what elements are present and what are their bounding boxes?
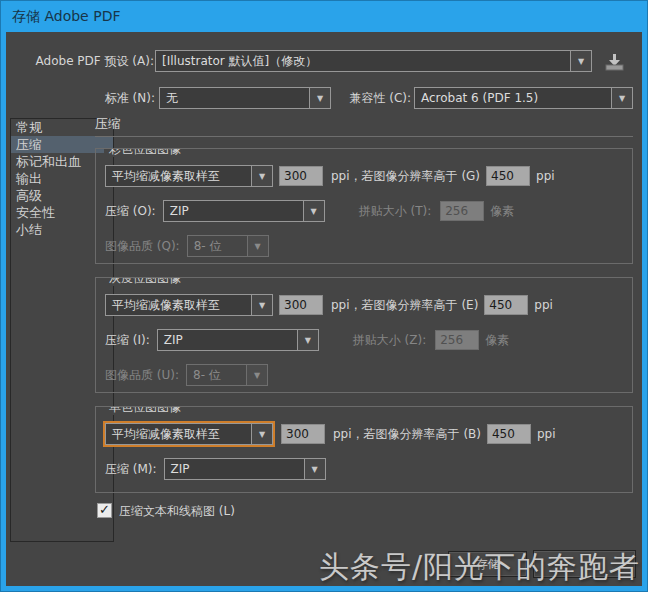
compress-text-lineart-label: 压缩文本和线稿图 (L): [119, 504, 235, 518]
color-tile-label: 拼贴大小 (T):: [359, 200, 432, 222]
color-ppi-unit: ppi: [536, 165, 555, 187]
color-compression-dropdown[interactable]: ZIP ▼: [163, 200, 325, 222]
grayscale-bitmap-legend: 灰度位图图像: [104, 277, 186, 286]
compatibility-label: 兼容性 (C):: [337, 87, 411, 109]
gray-quality-dropdown: 8- 位 ▼: [186, 364, 268, 386]
check-icon: ✓: [99, 502, 110, 517]
mono-ppi-input[interactable]: [281, 424, 325, 444]
color-compression-value: ZIP: [164, 201, 303, 221]
chevron-down-icon: ▼: [247, 236, 268, 256]
grayscale-bitmap-group: 灰度位图图像 平均缩减像素取样至 ▼ ppi，若图像分辨率高于 (E) ppi …: [95, 277, 633, 393]
gray-threshold-label: ppi，若图像分辨率高于 (E): [331, 294, 478, 316]
color-bitmap-legend: 彩色位图图像: [104, 148, 186, 157]
color-quality-value: 8- 位: [188, 236, 247, 256]
monochrome-bitmap-legend: 单色位图图像: [104, 406, 186, 415]
mono-ppi-unit: ppi: [537, 423, 556, 445]
gray-compression-value: ZIP: [158, 330, 297, 350]
gray-quality-label: 图像品质 (U):: [105, 364, 179, 386]
mono-downsample-value: 平均缩减像素取样至: [106, 424, 251, 444]
compatibility-dropdown[interactable]: Acrobat 6 (PDF 1.5) ▼: [414, 87, 633, 109]
mono-downsample-dropdown[interactable]: 平均缩减像素取样至 ▼: [105, 423, 273, 445]
gray-quality-value: 8- 位: [187, 365, 246, 385]
chevron-down-icon[interactable]: ▼: [251, 166, 272, 186]
gray-downsample-dropdown[interactable]: 平均缩减像素取样至 ▼: [105, 294, 273, 316]
mono-compression-value: ZIP: [165, 459, 304, 479]
mono-compression-dropdown[interactable]: ZIP ▼: [164, 458, 326, 480]
titlebar[interactable]: 存储 Adobe PDF: [0, 0, 648, 32]
watermark-text: 头条号/阳光下的奔跑者: [319, 547, 640, 588]
color-downsample-dropdown[interactable]: 平均缩减像素取样至 ▼: [105, 165, 273, 187]
gray-downsample-value: 平均缩减像素取样至: [106, 295, 251, 315]
preset-dropdown[interactable]: [Illustrator 默认值]（修改） ▼: [155, 50, 592, 72]
chevron-down-icon[interactable]: ▼: [251, 295, 272, 315]
monochrome-bitmap-group: 单色位图图像 平均缩减像素取样至 ▼ ppi，若图像分辨率高于 (B) ppi …: [95, 406, 633, 493]
chevron-down-icon[interactable]: ▼: [304, 459, 325, 479]
chevron-down-icon[interactable]: ▼: [251, 424, 272, 444]
chevron-down-icon[interactable]: ▼: [611, 88, 632, 108]
color-bitmap-group: 彩色位图图像 平均缩减像素取样至 ▼ ppi，若图像分辨率高于 (G) ppi …: [95, 148, 633, 264]
color-quality-label: 图像品质 (Q):: [105, 235, 180, 257]
standard-label: 标准 (N):: [90, 87, 155, 109]
color-tile-unit: 像素: [490, 200, 514, 222]
preset-label: Adobe PDF 预设 (A):: [16, 50, 154, 72]
color-threshold-input[interactable]: [486, 166, 530, 186]
gray-compression-label: 压缩 (I):: [105, 329, 150, 351]
color-ppi-input[interactable]: [279, 166, 323, 186]
compression-panel: 压缩 彩色位图图像 平均缩减像素取样至 ▼ ppi，若图像分辨率高于 (G) p…: [95, 115, 633, 518]
dialog-title: 存储 Adobe PDF: [12, 8, 120, 24]
standard-value: 无: [160, 88, 309, 108]
mono-compression-label: 压缩 (M):: [105, 458, 157, 480]
standard-dropdown[interactable]: 无 ▼: [159, 87, 331, 109]
compress-text-lineart-row: ✓ 压缩文本和线稿图 (L): [97, 503, 633, 518]
preset-value: [Illustrator 默认值]（修改）: [156, 51, 570, 71]
gray-compression-dropdown[interactable]: ZIP ▼: [157, 329, 319, 351]
compress-text-lineart-checkbox[interactable]: ✓: [97, 503, 112, 518]
chevron-down-icon[interactable]: ▼: [297, 330, 318, 350]
gray-tile-label: 拼贴大小 (Z):: [353, 329, 426, 351]
color-downsample-value: 平均缩减像素取样至: [106, 166, 251, 186]
panel-title: 压缩: [95, 115, 633, 137]
save-preset-icon[interactable]: [603, 53, 625, 71]
dialog-body: Adobe PDF 预设 (A): [Illustrator 默认值]（修改） …: [6, 32, 642, 586]
chevron-down-icon[interactable]: ▼: [309, 88, 330, 108]
mono-threshold-label: ppi，若图像分辨率高于 (B): [333, 423, 481, 445]
color-tile-input: [440, 201, 484, 221]
chevron-down-icon[interactable]: ▼: [303, 201, 324, 221]
color-quality-dropdown: 8- 位 ▼: [187, 235, 269, 257]
chevron-down-icon[interactable]: ▼: [570, 51, 591, 71]
gray-threshold-input[interactable]: [484, 295, 528, 315]
color-threshold-label: ppi，若图像分辨率高于 (G): [331, 165, 480, 187]
save-adobe-pdf-dialog: 存储 Adobe PDF Adobe PDF 预设 (A): [Illustra…: [0, 0, 648, 592]
compatibility-value: Acrobat 6 (PDF 1.5): [415, 88, 611, 108]
mono-threshold-input[interactable]: [487, 424, 531, 444]
gray-ppi-unit: ppi: [534, 294, 553, 316]
gray-tile-input: [435, 330, 479, 350]
gray-ppi-input[interactable]: [279, 295, 323, 315]
color-compression-label: 压缩 (O):: [105, 200, 156, 222]
chevron-down-icon: ▼: [246, 365, 267, 385]
gray-tile-unit: 像素: [485, 329, 509, 351]
